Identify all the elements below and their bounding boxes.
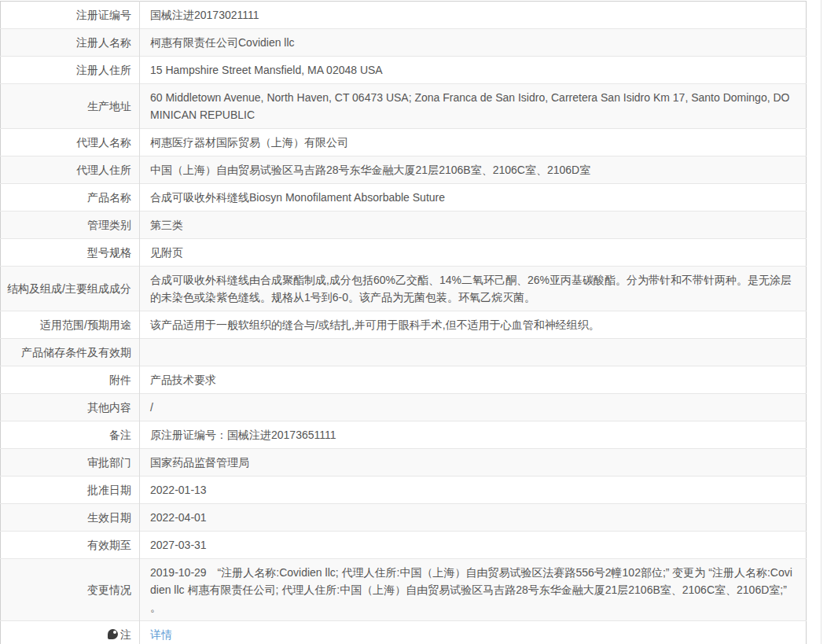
row-value: 2022-01-13 bbox=[140, 477, 807, 504]
row-label: 注册证编号 bbox=[1, 2, 140, 29]
row-label: 结构及组成/主要组成成分 bbox=[1, 267, 140, 311]
table-row: 型号规格 见附页 bbox=[1, 239, 807, 267]
table-row: 附件 产品技术要求 bbox=[1, 366, 807, 394]
page-right-border-line bbox=[821, 0, 821, 644]
row-value: 合成可吸收外科缝线由合成聚酯制成,成分包括60%乙交酯、14%二氧环己酮、26%… bbox=[140, 267, 807, 311]
table-row: 有效期至 2027-03-31 bbox=[1, 532, 807, 559]
row-value: 原注册证编号：国械注进20173651111 bbox=[140, 421, 807, 449]
row-label: 备注 bbox=[1, 421, 140, 449]
registration-detail-page: 注册证编号 国械注进20173021111 注册人名称 柯惠有限责任公司Covi… bbox=[0, 0, 827, 644]
row-label: 注册人名称 bbox=[1, 29, 140, 57]
row-label: 有效期至 bbox=[1, 532, 140, 559]
table-row: 备注 原注册证编号：国械注进20173651111 bbox=[1, 421, 807, 449]
table-row: 注册证编号 国械注进20173021111 bbox=[1, 2, 807, 29]
row-value: 中国（上海）自由贸易试验区马吉路28号东华金融大厦21层2106B室、2106C… bbox=[140, 156, 807, 184]
row-value: 产品技术要求 bbox=[140, 366, 807, 394]
row-value: / bbox=[140, 394, 807, 421]
row-label-text: 注 bbox=[120, 628, 131, 641]
row-value: 2022-04-01 bbox=[140, 504, 807, 532]
row-value: 该产品适用于一般软组织的缝合与/或结扎,并可用于眼科手术,但不适用于心血管和神经… bbox=[140, 311, 807, 339]
row-value: 合成可吸收外科缝线Biosyn Monofilament Absorbable … bbox=[140, 184, 807, 212]
row-label: 产品储存条件及有效期 bbox=[1, 339, 140, 366]
row-value: 国械注进20173021111 bbox=[140, 2, 807, 29]
row-label: 生产地址 bbox=[1, 84, 140, 129]
table-row: 代理人住所 中国（上海）自由贸易试验区马吉路28号东华金融大厦21层2106B室… bbox=[1, 156, 807, 184]
row-label: 型号规格 bbox=[1, 239, 140, 267]
row-value: 详情 bbox=[140, 621, 807, 644]
table-row-note: 注 详情 bbox=[1, 621, 807, 644]
registration-table: 注册证编号 国械注进20173021111 注册人名称 柯惠有限责任公司Covi… bbox=[0, 1, 807, 644]
row-label: 管理类别 bbox=[1, 212, 140, 239]
row-label: 附件 bbox=[1, 366, 140, 394]
table-row: 代理人名称 柯惠医疗器材国际贸易（上海）有限公司 bbox=[1, 129, 807, 156]
detail-link[interactable]: 详情 bbox=[150, 628, 172, 641]
table-row: 适用范围/预期用途 该产品适用于一般软组织的缝合与/或结扎,并可用于眼科手术,但… bbox=[1, 311, 807, 339]
row-label: 适用范围/预期用途 bbox=[1, 311, 140, 339]
row-value: 2027-03-31 bbox=[140, 532, 807, 559]
row-label: 产品名称 bbox=[1, 184, 140, 212]
row-label: 注 bbox=[1, 621, 140, 644]
row-value: 国家药品监督管理局 bbox=[140, 449, 807, 477]
row-value: 第三类 bbox=[140, 212, 807, 239]
row-label: 变更情况 bbox=[1, 559, 140, 621]
row-label: 审批部门 bbox=[1, 449, 140, 477]
row-value: 2019-10-29 “注册人名称:Covidien llc; 代理人住所:中国… bbox=[140, 559, 807, 621]
table-row: 注册人住所 15 Hampshire Street Mansfield, MA … bbox=[1, 57, 807, 84]
table-row: 产品储存条件及有效期 bbox=[1, 339, 807, 366]
row-value: 60 Middletown Avenue, North Haven, CT 06… bbox=[140, 84, 807, 129]
table-row: 生产地址 60 Middletown Avenue, North Haven, … bbox=[1, 84, 807, 129]
row-value: 见附页 bbox=[140, 239, 807, 267]
table-row: 注册人名称 柯惠有限责任公司Covidien llc bbox=[1, 29, 807, 57]
table-row: 变更情况 2019-10-29 “注册人名称:Covidien llc; 代理人… bbox=[1, 559, 807, 621]
row-value: 柯惠有限责任公司Covidien llc bbox=[140, 29, 807, 57]
row-label: 注册人住所 bbox=[1, 57, 140, 84]
row-label: 代理人住所 bbox=[1, 156, 140, 184]
row-label: 生效日期 bbox=[1, 504, 140, 532]
table-row: 生效日期 2022-04-01 bbox=[1, 504, 807, 532]
row-label: 其他内容 bbox=[1, 394, 140, 421]
row-value: 15 Hampshire Street Mansfield, MA 02048 … bbox=[140, 57, 807, 84]
table-row: 结构及组成/主要组成成分 合成可吸收外科缝线由合成聚酯制成,成分包括60%乙交酯… bbox=[1, 267, 807, 311]
row-label: 代理人名称 bbox=[1, 129, 140, 156]
table-row: 其他内容 / bbox=[1, 394, 807, 421]
table-row: 管理类别 第三类 bbox=[1, 212, 807, 239]
table-row: 产品名称 合成可吸收外科缝线Biosyn Monofilament Absorb… bbox=[1, 184, 807, 212]
row-value: 柯惠医疗器材国际贸易（上海）有限公司 bbox=[140, 129, 807, 156]
table-row: 批准日期 2022-01-13 bbox=[1, 477, 807, 504]
note-icon bbox=[108, 629, 118, 639]
row-label: 批准日期 bbox=[1, 477, 140, 504]
table-row: 审批部门 国家药品监督管理局 bbox=[1, 449, 807, 477]
row-value bbox=[140, 339, 807, 366]
